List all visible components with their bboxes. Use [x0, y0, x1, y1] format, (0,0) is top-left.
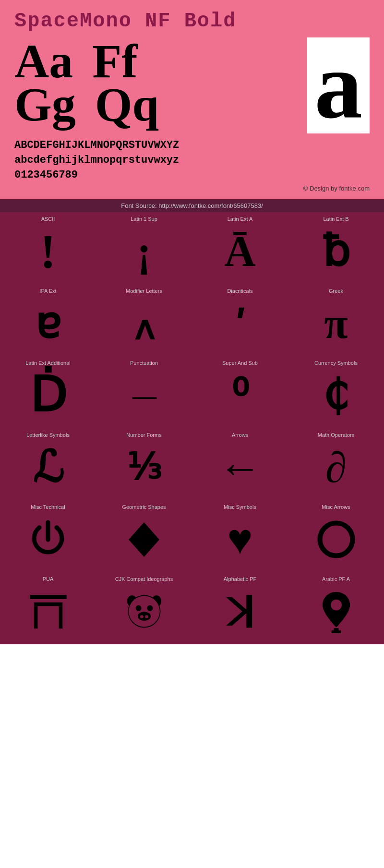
showcase-qq: Qq — [95, 81, 159, 129]
symbol-cjk — [124, 584, 165, 639]
alphabet-lower: abcdefghijklmnopqrstuvwxyz — [14, 153, 370, 168]
svg-rect-19 — [331, 630, 341, 633]
glyph-row-6: PUA CJK Compat Ideographs — [0, 572, 384, 644]
symbol-diacrit: ʹ — [235, 296, 245, 350]
glyph-cell-miscsym: Misc Symbols ♥ — [192, 500, 288, 572]
label-supersub: Super And Sub — [222, 360, 258, 366]
svg-rect-4 — [34, 606, 37, 629]
symbol-misctech — [26, 512, 70, 567]
svg-rect-2 — [30, 595, 67, 600]
digits: 0123456789 — [14, 168, 370, 183]
symbol-latinextadd: Ḋ — [30, 368, 67, 422]
label-geoshapes: Geometric Shapes — [122, 504, 166, 510]
glyph-row-4: Letterlike Symbols ℒ Number Forms ⅓ Arro… — [0, 428, 384, 500]
symbol-modifier: ʌ — [134, 296, 154, 350]
symbol-latin1sup: ¡ — [137, 224, 151, 278]
symbol-miscarrows — [316, 512, 357, 567]
svg-point-9 — [129, 596, 160, 627]
glyph-cell-arrows: Arrows ← — [192, 428, 288, 500]
label-arabicpfa: Arabic PF A — [322, 576, 350, 582]
glyph-cell-mathops: Math Operators ∂ — [288, 428, 384, 500]
symbol-greek: π — [324, 296, 348, 350]
glyph-row-3: Latin Ext Additional Ḋ Punctuation — Sup… — [0, 356, 384, 428]
svg-point-14 — [145, 615, 148, 619]
symbol-punct: — — [132, 368, 156, 422]
glyph-cell-supersub: Super And Sub ⁰ — [192, 356, 288, 428]
glyph-row-2: IPA Ext ɐ Modifier Letters ʌ Diacritical… — [0, 284, 384, 356]
symbol-currency: ₵ — [323, 368, 349, 422]
glyph-cell-greek: Greek π — [288, 284, 384, 356]
alphabet-section: ABCDEFGHIJKLMNOPQRSTUVWXYZ abcdefghijklm… — [14, 138, 370, 182]
glyph-cell-pua: PUA — [0, 572, 96, 644]
alphabet-upper: ABCDEFGHIJKLMNOPQRSTUVWXYZ — [14, 138, 370, 153]
symbol-ipaext: ɐ — [35, 296, 61, 350]
label-arrows: Arrows — [232, 432, 248, 438]
label-latinextadd: Latin Ext Additional — [25, 360, 71, 366]
glyph-cell-cjk: CJK Compat Ideographs — [96, 572, 192, 644]
symbol-mathops: ∂ — [325, 440, 347, 494]
label-punct: Punctuation — [130, 360, 158, 366]
symbol-arrows: ← — [218, 440, 262, 494]
label-misctech: Misc Technical — [31, 504, 65, 510]
symbol-miscsym: ♥ — [227, 512, 252, 567]
symbol-latinexta: Ā — [225, 224, 256, 278]
glyph-cell-numforms: Number Forms ⅓ — [96, 428, 192, 500]
glyph-cell-latinextb: Latin Ext B ƀ — [288, 212, 384, 284]
label-greek: Greek — [329, 288, 343, 294]
glyph-cell-geoshapes: Geometric Shapes — [96, 500, 192, 572]
label-latin1sup: Latin 1 Sup — [131, 216, 157, 222]
glyph-cell-diacrit: Diacriticals ʹ — [192, 284, 288, 356]
glyph-cell-latinextadd: Latin Ext Additional Ḋ — [0, 356, 96, 428]
label-ipaext: IPA Ext — [39, 288, 56, 294]
glyph-cell-modifier: Modifier Letters ʌ — [96, 284, 192, 356]
symbol-arabicpfa — [316, 584, 357, 639]
svg-marker-0 — [129, 522, 159, 557]
glyph-cell-latin1sup: Latin 1 Sup ¡ — [96, 212, 192, 284]
label-ascii: ASCII — [41, 216, 55, 222]
glyph-showcase: Aa Ff Gg Qq a — [14, 37, 370, 133]
label-cjk: CJK Compat Ideographs — [115, 576, 173, 582]
svg-rect-5 — [59, 606, 62, 629]
glyphs-grid-section: ASCII ! Latin 1 Sup ¡ Latin Ext A Ā Lati… — [0, 212, 384, 644]
symbol-alphabeticpf — [220, 584, 261, 639]
label-mathops: Math Operators — [318, 432, 354, 438]
symbol-numforms: ⅓ — [127, 440, 162, 494]
label-miscarrows: Misc Arrows — [322, 504, 350, 510]
glyph-row-1: ASCII ! Latin 1 Sup ¡ Latin Ext A Ā Lati… — [0, 212, 384, 284]
svg-rect-3 — [34, 603, 62, 606]
source-bar: Font Source: http://www.fontke.com/font/… — [0, 199, 384, 212]
glyph-cell-letterlike: Letterlike Symbols ℒ — [0, 428, 96, 500]
svg-point-13 — [140, 615, 144, 619]
label-modifier: Modifier Letters — [126, 288, 162, 294]
symbol-latinextb: ƀ — [323, 224, 350, 278]
top-section: SpaceMono NF Bold Aa Ff Gg Qq a ABCDEFGH… — [0, 0, 384, 199]
glyph-cell-latinexta: Latin Ext A Ā — [192, 212, 288, 284]
svg-point-17 — [331, 600, 342, 611]
svg-marker-15 — [226, 597, 248, 626]
label-letterlike: Letterlike Symbols — [26, 432, 70, 438]
glyph-cell-misctech: Misc Technical — [0, 500, 96, 572]
svg-point-11 — [147, 605, 153, 611]
svg-point-1 — [320, 523, 352, 556]
glyph-cell-currency: Currency Symbols ₵ — [288, 356, 384, 428]
symbol-ascii: ! — [40, 224, 56, 278]
glyph-cell-arabicpfa: Arabic PF A — [288, 572, 384, 644]
label-alphabeticpf: Alphabetic PF — [224, 576, 256, 582]
svg-rect-16 — [246, 595, 252, 628]
label-latinexta: Latin Ext A — [228, 216, 253, 222]
symbol-supersub: ⁰ — [231, 368, 249, 422]
glyph-cell-alphabeticpf: Alphabetic PF — [192, 572, 288, 644]
glyph-cell-punct: Punctuation — — [96, 356, 192, 428]
symbol-pua — [28, 584, 69, 639]
glyph-cell-miscarrows: Misc Arrows — [288, 500, 384, 572]
svg-point-10 — [135, 605, 141, 611]
label-latinextb: Latin Ext B — [323, 216, 348, 222]
label-currency: Currency Symbols — [314, 360, 358, 366]
glyph-row-5: Misc Technical Geometric Shapes Misc Sym… — [0, 500, 384, 572]
hero-char: a — [307, 37, 370, 133]
glyph-cell-ascii: ASCII ! — [0, 212, 96, 284]
label-pua: PUA — [43, 576, 54, 582]
label-diacrit: Diacriticals — [227, 288, 252, 294]
label-miscsym: Misc Symbols — [224, 504, 256, 510]
design-credit: © Design by fontke.com — [14, 182, 370, 194]
